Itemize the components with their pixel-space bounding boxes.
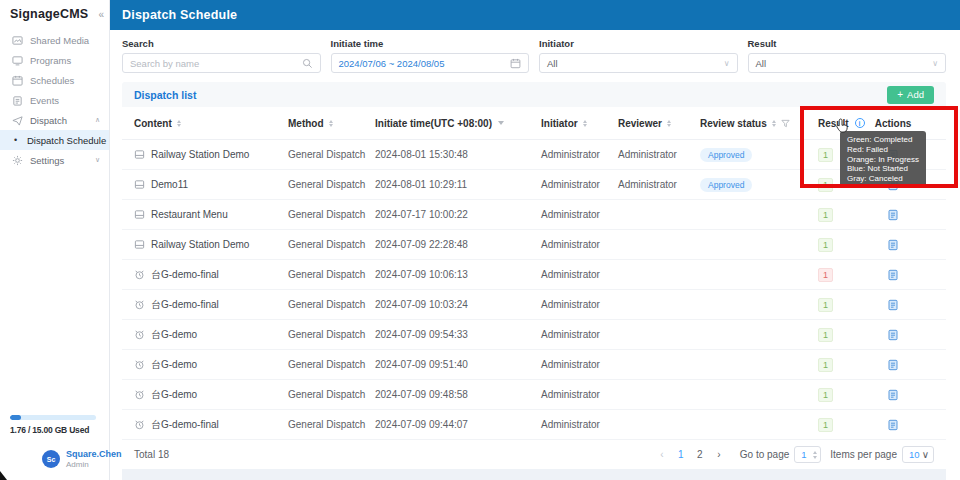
- page-button-1[interactable]: 1: [677, 449, 685, 460]
- page-button-2[interactable]: 2: [696, 449, 704, 460]
- chevron-down-icon: ∨: [922, 449, 929, 460]
- content-name: 台G-demo: [151, 328, 197, 342]
- sidebar-item-settings[interactable]: • Settings ∨: [0, 150, 109, 170]
- initiate-time-cell: 2024-07-09 09:51:40: [375, 359, 541, 370]
- table-row[interactable]: Restaurant Menu General Dispatch 2024-07…: [122, 200, 946, 230]
- result-label: Result: [748, 38, 947, 49]
- report-icon[interactable]: [887, 329, 899, 341]
- column-header-review-status[interactable]: Review status: [700, 118, 812, 129]
- sidebar-item-schedules[interactable]: • Schedules: [0, 70, 109, 90]
- initiate-time-range-picker[interactable]: 2024/07/06 ~ 2024/08/05: [331, 53, 530, 73]
- go-to-page-value: 1: [801, 449, 806, 460]
- method-cell: General Dispatch: [288, 419, 375, 430]
- method-cell: General Dispatch: [288, 329, 375, 340]
- sidebar-item-dispatch[interactable]: • Dispatch ∧: [0, 110, 109, 130]
- column-header-content[interactable]: Content: [134, 118, 288, 129]
- tooltip-line: Red: Failed: [847, 145, 919, 155]
- program-icon: [134, 209, 145, 220]
- info-icon[interactable]: i: [855, 118, 865, 128]
- column-header-method[interactable]: Method: [288, 118, 375, 129]
- tooltip-line: Green: Completed: [847, 135, 919, 145]
- result-select[interactable]: All ∨: [748, 53, 947, 73]
- report-icon[interactable]: [887, 389, 899, 401]
- search-input[interactable]: Search by name: [122, 53, 321, 73]
- shared-media-icon: [12, 35, 23, 46]
- sidebar-collapse-icon[interactable]: «: [98, 9, 104, 20]
- items-per-page-select[interactable]: 10 ∨: [902, 446, 934, 463]
- initiator-cell: Administrator: [541, 359, 618, 370]
- report-icon[interactable]: [887, 419, 899, 431]
- filter-funnel-icon[interactable]: [781, 119, 790, 128]
- result-badge: 1: [818, 418, 833, 432]
- review-status-badge: Approved: [700, 178, 752, 192]
- sidebar-item-events[interactable]: • Events: [0, 90, 109, 110]
- initiator-cell: Administrator: [541, 239, 618, 250]
- result-badge: 1: [818, 358, 833, 372]
- settings-icon: [12, 155, 23, 166]
- result-badge: 1: [818, 388, 833, 402]
- sort-desc-icon[interactable]: [498, 121, 504, 125]
- sort-icon[interactable]: [177, 120, 181, 127]
- sort-icon[interactable]: [583, 120, 587, 127]
- content-name: 台G-demo-final: [151, 418, 219, 432]
- add-button[interactable]: + Add: [887, 86, 934, 104]
- hand-cursor-icon: [835, 118, 849, 134]
- column-header-reviewer[interactable]: Reviewer: [618, 118, 700, 129]
- filter-bar: Search Search by name Initiate time 2024…: [110, 30, 960, 82]
- method-cell: General Dispatch: [288, 389, 375, 400]
- result-badge: 1: [818, 148, 833, 162]
- report-icon[interactable]: [887, 269, 899, 281]
- tooltip-line: Gray: Canceled: [847, 174, 919, 184]
- report-icon[interactable]: [887, 359, 899, 371]
- table-row[interactable]: 台G-demo General Dispatch 2024-07-09 09:5…: [122, 350, 946, 380]
- result-badge: 1: [818, 238, 833, 252]
- schedule-icon: [134, 419, 145, 430]
- main-area: Dispatch Schedule Search Search by name …: [110, 0, 960, 480]
- table-row[interactable]: 台G-demo-final General Dispatch 2024-07-0…: [122, 410, 946, 440]
- result-cell: 1: [812, 298, 868, 312]
- review-status-cell: Approved: [700, 178, 812, 192]
- table-row[interactable]: 台G-demo General Dispatch 2024-07-09 09:4…: [122, 380, 946, 410]
- column-header-initiator[interactable]: Initiator: [541, 118, 618, 129]
- sort-icon[interactable]: [772, 120, 776, 127]
- sort-icon[interactable]: [329, 120, 333, 127]
- sidebar-item-label: Shared Media: [30, 35, 89, 46]
- page-title: Dispatch Schedule: [122, 8, 237, 22]
- report-icon[interactable]: [887, 299, 899, 311]
- table-row[interactable]: Railway Station Demo General Dispatch 20…: [122, 140, 946, 170]
- storage-usage: 1.76 / 15.00 GB Used: [10, 415, 96, 435]
- stepper-icons[interactable]: [813, 451, 817, 459]
- method-cell: General Dispatch: [288, 149, 375, 160]
- sidebar-item-label: Dispatch Schedule: [27, 135, 106, 146]
- table-row[interactable]: 台G-demo General Dispatch 2024-07-09 09:5…: [122, 320, 946, 350]
- dispatch-list-title: Dispatch list: [134, 89, 196, 101]
- column-header-initiate-time[interactable]: Initiate time(UTC +08:00): [375, 118, 541, 129]
- sort-icon[interactable]: [667, 120, 671, 127]
- sidebar-item-dispatch-schedule[interactable]: • Dispatch Schedule: [0, 130, 109, 150]
- result-badge: 1: [818, 298, 833, 312]
- next-page-button[interactable]: ›: [715, 449, 723, 460]
- sidebar-item-programs[interactable]: • Programs: [0, 50, 109, 70]
- content-name: 台G-demo: [151, 388, 197, 402]
- cursor-artifact: [0, 471, 7, 480]
- report-icon[interactable]: [887, 209, 899, 221]
- content-name: Railway Station Demo: [151, 239, 249, 250]
- initiator-cell: Administrator: [541, 149, 618, 160]
- content-header-label: Content: [134, 118, 172, 129]
- initiator-label: Initiator: [539, 38, 738, 49]
- table-row[interactable]: Demo11 General Dispatch 2024-08-01 10:29…: [122, 170, 946, 200]
- report-icon[interactable]: [887, 239, 899, 251]
- sidebar-item-shared-media[interactable]: • Shared Media: [0, 30, 109, 50]
- initiator-cell: Administrator: [541, 299, 618, 310]
- table-row[interactable]: 台G-demo-final General Dispatch 2024-07-0…: [122, 260, 946, 290]
- schedule-icon: [134, 269, 145, 280]
- go-to-page-input[interactable]: 1: [794, 446, 821, 463]
- initiate-time-cell: 2024-07-09 09:44:07: [375, 419, 541, 430]
- prev-page-button[interactable]: ‹: [658, 449, 666, 460]
- table-row[interactable]: Railway Station Demo General Dispatch 20…: [122, 230, 946, 260]
- initiator-select[interactable]: All ∨: [539, 53, 738, 73]
- user-profile[interactable]: Sc Square.Chen Admin: [42, 449, 122, 469]
- actions-cell: [868, 209, 934, 221]
- chevron-down-icon: ∨: [724, 59, 730, 68]
- table-row[interactable]: 台G-demo-final General Dispatch 2024-07-0…: [122, 290, 946, 320]
